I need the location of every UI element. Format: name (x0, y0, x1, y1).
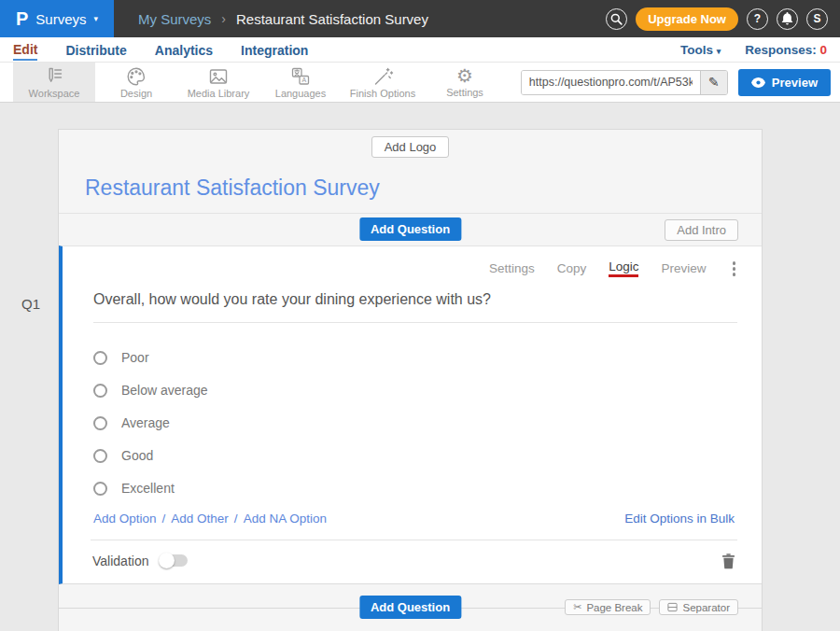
radio-button[interactable] (93, 351, 107, 365)
add-question-button-bottom[interactable]: Add Question (359, 596, 461, 619)
radio-button[interactable] (93, 416, 107, 430)
radio-button[interactable] (93, 449, 107, 463)
upgrade-now-button[interactable]: Upgrade Now (636, 7, 738, 31)
radio-button[interactable] (93, 384, 107, 398)
toolbar-item-label: Settings (446, 87, 483, 98)
toolbar-item-workspace[interactable]: Workspace (13, 63, 95, 102)
responses-count: 0 (819, 43, 827, 57)
toolbar-item-label: Workspace (29, 88, 80, 99)
breadcrumb-separator: › (221, 11, 226, 26)
tab-edit[interactable]: Edit (13, 39, 37, 61)
answer-option-row: Average (93, 407, 737, 440)
edit-options-in-bulk-link[interactable]: Edit Options in Bulk (624, 512, 735, 526)
question-text[interactable]: Overall, how would you rate your dining … (93, 291, 737, 323)
validation-label: Validation (92, 554, 148, 568)
question-menu: Settings Copy Logic Preview (91, 259, 737, 278)
share-url-input[interactable] (522, 71, 700, 94)
answer-option-row: Poor (93, 342, 737, 374)
survey-header: Add Logo Restaurant Satisfaction Survey (59, 130, 762, 201)
pencil-icon: ✎ (708, 75, 720, 90)
breadcrumb-current-survey: Restaurant Satisfaction Survey (236, 11, 428, 27)
toolbar-item-design[interactable]: Design (95, 63, 177, 102)
survey-editor-page: Q1 Add Logo Restaurant Satisfaction Surv… (0, 103, 840, 631)
add-na-option-link[interactable]: Add NA Option (244, 512, 327, 526)
question-preview-link[interactable]: Preview (661, 261, 706, 275)
add-question-row-top: Add Question Add Intro (59, 213, 762, 245)
scissors-icon: ✂ (573, 601, 581, 613)
toolbar-item-label: Languages (275, 88, 326, 99)
toolbar-item-finish-options[interactable]: Finish Options (342, 63, 424, 102)
option-label[interactable]: Average (121, 415, 170, 430)
separator-button[interactable]: Separator (659, 599, 738, 615)
validation-row: Validation (91, 540, 737, 582)
survey-title[interactable]: Restaurant Satisfaction Survey (85, 175, 762, 201)
page-break-label: Page Break (586, 602, 642, 613)
breadcrumb-my-surveys[interactable]: My Surveys (138, 11, 211, 27)
overflow-menu-icon[interactable] (731, 259, 738, 278)
palette-icon (125, 66, 147, 87)
questionpro-logo: P (16, 8, 28, 30)
preview-label: Preview (772, 76, 818, 90)
edit-url-button[interactable]: ✎ (700, 71, 727, 94)
page-break-button[interactable]: ✂ Page Break (565, 599, 651, 615)
delete-question-button[interactable] (721, 553, 735, 569)
toolbar-item-languages[interactable]: A Languages (259, 63, 342, 102)
search-button[interactable] (606, 8, 627, 30)
question-block: Settings Copy Logic Preview Overall, how… (59, 245, 762, 584)
option-label[interactable]: Excellent (121, 481, 175, 496)
add-other-link[interactable]: Add Other (171, 512, 229, 526)
user-avatar[interactable]: S (806, 8, 828, 30)
separator-icon (667, 602, 678, 612)
question-copy-link[interactable]: Copy (557, 261, 587, 275)
question-number-label: Q1 (21, 296, 40, 312)
separator-label: Separator (682, 602, 730, 613)
eye-icon (751, 77, 765, 88)
validation-toggle[interactable] (160, 554, 188, 567)
breadcrumb: My Surveys › Restaurant Satisfaction Sur… (138, 11, 428, 27)
card-footer: Add Question ✂ Page Break Separator (59, 584, 762, 631)
survey-card: Add Logo Restaurant Satisfaction Survey … (58, 129, 763, 631)
chevron-down-icon: ▾ (94, 14, 99, 23)
add-question-button-top[interactable]: Add Question (359, 217, 461, 241)
tab-analytics[interactable]: Analytics (155, 40, 213, 60)
answer-options: Poor Below average Average Good Excellen… (93, 342, 737, 505)
notifications-button[interactable] (777, 8, 798, 30)
search-icon (610, 13, 623, 25)
responses-counter[interactable]: Responses: 0 (745, 43, 827, 57)
svg-text:A: A (301, 77, 306, 83)
help-button[interactable]: ? (747, 8, 768, 30)
image-icon (207, 66, 230, 87)
toggle-knob (159, 553, 175, 568)
add-logo-button[interactable]: Add Logo (371, 136, 450, 158)
tab-distribute[interactable]: Distribute (65, 40, 126, 60)
gear-icon: ⚙ (456, 66, 473, 86)
add-intro-button[interactable]: Add Intro (665, 219, 738, 241)
answer-option-row: Below average (93, 374, 737, 407)
option-links-row: Add Option / Add Other / Add NA Option E… (93, 512, 735, 526)
tools-dropdown[interactable]: Tools ▾ (680, 43, 721, 57)
question-settings-link[interactable]: Settings (489, 261, 535, 275)
question-logic-link[interactable]: Logic (609, 259, 638, 277)
editor-toolbar: Workspace Design Media Library A Languag… (0, 63, 840, 103)
bell-icon (781, 12, 793, 25)
radio-button[interactable] (93, 482, 107, 496)
surveys-product-menu[interactable]: P Surveys ▾ (0, 0, 114, 37)
link-separator: / (234, 512, 238, 526)
toolbar-item-label: Design (120, 88, 152, 99)
option-label[interactable]: Below average (121, 383, 208, 398)
preview-button[interactable]: Preview (738, 69, 831, 96)
trash-icon (721, 553, 735, 569)
answer-option-row: Excellent (93, 472, 737, 505)
share-url-box: ✎ (521, 70, 728, 95)
toolbar-item-media-library[interactable]: Media Library (177, 63, 259, 102)
add-option-link[interactable]: Add Option (93, 512, 157, 526)
workspace-icon (43, 66, 65, 87)
toolbar-item-settings[interactable]: ⚙ Settings (424, 63, 506, 102)
topbar-actions: Upgrade Now ? S (606, 7, 828, 31)
responses-label: Responses: (745, 43, 817, 57)
toolbar-item-label: Media Library (188, 88, 250, 99)
option-label[interactable]: Good (121, 448, 153, 463)
option-label[interactable]: Poor (121, 350, 149, 365)
chevron-down-icon: ▾ (717, 47, 721, 56)
tab-integration[interactable]: Integration (241, 40, 308, 60)
